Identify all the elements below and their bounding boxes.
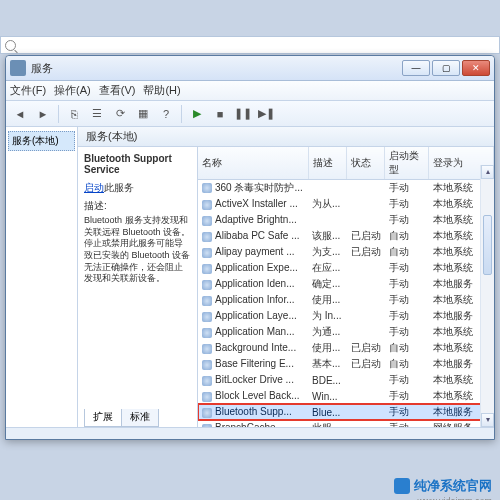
- service-icon: [202, 296, 212, 306]
- service-icon: [202, 376, 212, 386]
- table-row[interactable]: Application Iden...确定...手动本地服务: [198, 276, 494, 292]
- col-startup[interactable]: 启动类型: [385, 147, 429, 180]
- separator: [58, 105, 59, 123]
- restart-icon[interactable]: ▶❚: [256, 104, 276, 124]
- separator: [181, 105, 182, 123]
- content-header: 服务(本地): [78, 127, 494, 147]
- description-text: Bluetooth 服务支持发现和关联远程 Bluetooth 设备。停止或禁用…: [84, 215, 191, 285]
- services-window: 服务 — ▢ ✕ 文件(F) 操作(A) 查看(V) 帮助(H) ◄ ► ⎘ ☰…: [5, 55, 495, 440]
- table-row[interactable]: Background Inte...使用...已启动自动本地系统: [198, 340, 494, 356]
- play-icon[interactable]: ▶: [187, 104, 207, 124]
- menu-help[interactable]: 帮助(H): [143, 83, 180, 98]
- service-icon: [202, 232, 212, 242]
- table-row[interactable]: Bluetooth Supp...Blue...手动本地服务: [198, 404, 494, 420]
- table-row[interactable]: Application Infor...使用...手动本地系统: [198, 292, 494, 308]
- tab-extended[interactable]: 扩展: [84, 409, 122, 427]
- table-row[interactable]: Adaptive Brightn...手动本地系统: [198, 212, 494, 228]
- col-desc[interactable]: 描述: [308, 147, 347, 180]
- tree-node-services-local[interactable]: 服务(本地): [8, 131, 75, 151]
- menu-file[interactable]: 文件(F): [10, 83, 46, 98]
- table-row[interactable]: ActiveX Installer ...为从...手动本地系统: [198, 196, 494, 212]
- content-pane: 服务(本地) Bluetooth Support Service 启动此服务 描…: [78, 127, 494, 427]
- stop-icon[interactable]: ■: [210, 104, 230, 124]
- scroll-thumb[interactable]: [483, 215, 492, 275]
- export-icon[interactable]: ▦: [133, 104, 153, 124]
- tab-standard[interactable]: 标准: [121, 409, 159, 427]
- service-icon: [202, 248, 212, 258]
- table-row[interactable]: Application Man...为通...手动本地系统: [198, 324, 494, 340]
- table-row[interactable]: Block Level Back...Win...手动本地系统: [198, 388, 494, 404]
- table-row[interactable]: 360 杀毒实时防护...手动本地系统: [198, 180, 494, 197]
- pause-icon[interactable]: ❚❚: [233, 104, 253, 124]
- service-icon: [202, 264, 212, 274]
- service-icon: [202, 200, 212, 210]
- os-search-bar[interactable]: [0, 36, 500, 54]
- menu-bar: 文件(F) 操作(A) 查看(V) 帮助(H): [6, 81, 494, 101]
- fwd-icon[interactable]: ►: [33, 104, 53, 124]
- up-icon[interactable]: ⎘: [64, 104, 84, 124]
- service-icon: [202, 328, 212, 338]
- app-icon: [10, 60, 26, 76]
- description-label: 描述:: [84, 199, 191, 213]
- vertical-scrollbar[interactable]: ▴ ▾: [480, 165, 494, 427]
- scroll-up-icon[interactable]: ▴: [481, 165, 494, 179]
- table-row[interactable]: Alipay payment ...为支...已启动自动本地系统: [198, 244, 494, 260]
- props-icon[interactable]: ☰: [87, 104, 107, 124]
- table-row[interactable]: Alibaba PC Safe ...该服...已启动自动本地系统: [198, 228, 494, 244]
- scroll-down-icon[interactable]: ▾: [481, 413, 494, 427]
- service-icon: [202, 312, 212, 322]
- title-bar[interactable]: 服务 — ▢ ✕: [6, 56, 494, 81]
- window-title: 服务: [31, 61, 402, 76]
- selected-service-name: Bluetooth Support Service: [84, 153, 191, 175]
- service-list: 名称 描述 状态 启动类型 登录为 360 杀毒实时防护...手动本地系统Act…: [198, 147, 494, 427]
- table-row[interactable]: BitLocker Drive ...BDE...手动本地系统: [198, 372, 494, 388]
- back-icon[interactable]: ◄: [10, 104, 30, 124]
- minimize-button[interactable]: —: [402, 60, 430, 76]
- table-row[interactable]: Application Laye...为 In...手动本地服务: [198, 308, 494, 324]
- menu-action[interactable]: 操作(A): [54, 83, 91, 98]
- watermark-logo-icon: [394, 478, 410, 494]
- search-icon: [5, 40, 16, 51]
- service-icon: [202, 360, 212, 370]
- toolbar: ◄ ► ⎘ ☰ ⟳ ▦ ? ▶ ■ ❚❚ ▶❚: [6, 101, 494, 127]
- close-button[interactable]: ✕: [462, 60, 490, 76]
- menu-view[interactable]: 查看(V): [99, 83, 136, 98]
- maximize-button[interactable]: ▢: [432, 60, 460, 76]
- watermark-brand: 纯净系统官网: [414, 477, 492, 495]
- watermark: 纯净系统官网 www.yidaimm.com: [394, 477, 492, 495]
- service-icon: [202, 392, 212, 402]
- table-row[interactable]: BranchCache此服...手动网络服务: [198, 420, 494, 427]
- table-row[interactable]: Application Expe...在应...手动本地系统: [198, 260, 494, 276]
- detail-pane: Bluetooth Support Service 启动此服务 描述: Blue…: [78, 147, 198, 427]
- refresh-icon[interactable]: ⟳: [110, 104, 130, 124]
- view-tabs: 扩展 标准: [84, 409, 158, 427]
- col-status[interactable]: 状态: [347, 147, 385, 180]
- tree-pane: 服务(本地): [6, 127, 78, 427]
- col-name[interactable]: 名称: [198, 147, 308, 180]
- service-icon: [202, 216, 212, 226]
- watermark-url: www.yidaimm.com: [417, 496, 492, 500]
- service-icon: [202, 280, 212, 290]
- table-row[interactable]: Base Filtering E...基本...已启动自动本地服务: [198, 356, 494, 372]
- start-service-link[interactable]: 启动此服务: [84, 181, 191, 195]
- service-icon: [202, 344, 212, 354]
- status-bar: [6, 427, 494, 439]
- service-icon: [202, 183, 212, 193]
- service-icon: [202, 408, 212, 418]
- help-icon[interactable]: ?: [156, 104, 176, 124]
